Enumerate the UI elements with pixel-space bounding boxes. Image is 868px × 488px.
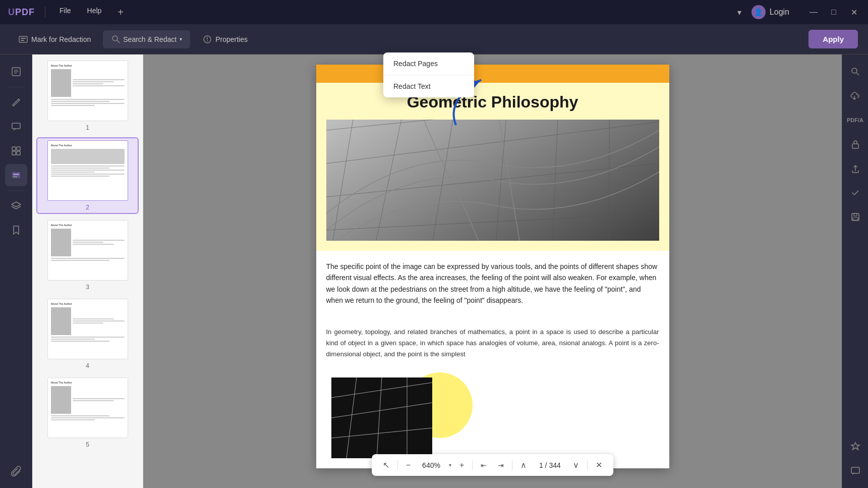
search-redact-icon (111, 34, 121, 44)
page-body: The specific point of the image can be e… (316, 251, 669, 316)
title-menu: File Help + (55, 5, 128, 20)
cursor-tool-button[interactable]: ↖ (380, 458, 392, 472)
main-content-area: Geometric Philosophy (143, 55, 842, 488)
svg-rect-19 (13, 176, 17, 177)
page-image (326, 120, 659, 241)
zoom-in-button[interactable]: + (456, 459, 467, 472)
svg-rect-18 (13, 174, 19, 175)
search-redact-chevron-icon: ▾ (180, 36, 182, 42)
pdf-view[interactable]: Geometric Philosophy (143, 55, 842, 488)
svg-rect-15 (12, 151, 16, 155)
mark-for-redaction-button[interactable]: Mark for Redaction (10, 30, 99, 48)
svg-rect-34 (331, 377, 432, 458)
svg-rect-14 (17, 147, 20, 150)
thumbnail-page-5: About The Author (47, 377, 128, 438)
pdf-page: Geometric Philosophy (316, 65, 669, 468)
apply-button[interactable]: Apply (808, 30, 858, 48)
maximize-button[interactable]: □ (828, 8, 840, 17)
page-header-bar (316, 65, 669, 83)
bookmark-button[interactable] (5, 219, 27, 241)
reader-mode-button[interactable] (5, 61, 27, 83)
validate-button[interactable] (844, 182, 866, 204)
save-button[interactable] (844, 206, 866, 228)
svg-point-41 (852, 68, 857, 73)
fit-page-button[interactable]: ⇥ (495, 459, 507, 471)
toolbar-sep-2 (472, 460, 473, 470)
prev-page-button[interactable]: ∧ (517, 458, 530, 472)
svg-rect-1 (21, 38, 26, 39)
main-toolbar: Mark for Redaction Search & Redact ▾ Pro… (0, 24, 868, 55)
lock-document-button[interactable] (844, 133, 866, 155)
redact-text-item[interactable]: Redact Text (383, 75, 474, 97)
svg-line-4 (117, 40, 120, 43)
thumbnail-number-2: 2 (86, 204, 89, 211)
right-search-button[interactable] (844, 61, 866, 83)
svg-rect-16 (17, 151, 20, 155)
black-box-decoration (331, 377, 432, 458)
svg-point-7 (207, 40, 208, 41)
thumbnail-item-5[interactable]: About The Author 5 (36, 375, 139, 450)
thumbnail-number-1: 1 (86, 124, 89, 131)
login-button[interactable]: 👤 Login (751, 5, 789, 19)
upload-button[interactable] (844, 157, 866, 180)
bottom-toolbar: ↖ − 640% ▾ + ⇤ ⇥ ∧ 1 / 344 ∨ ✕ (372, 454, 614, 476)
title-divider (45, 7, 45, 17)
menu-help[interactable]: Help (83, 5, 106, 20)
page-title-section: Geometric Philosophy (316, 83, 669, 251)
redact-pages-item[interactable]: Redact Pages (383, 52, 474, 75)
zoom-chevron-icon: ▾ (449, 462, 451, 468)
save-cloud-button[interactable] (844, 85, 866, 107)
page-display: 1 / 344 (535, 461, 565, 469)
page-body-text: The specific point of the image can be e… (326, 261, 659, 306)
chat-button[interactable] (844, 460, 866, 482)
thumbnail-item-2[interactable]: About The Author 2 (36, 137, 139, 214)
svg-line-42 (856, 73, 859, 75)
toolbar-sep-4 (587, 460, 588, 470)
title-bar: UPDF File Help + ▾ 👤 Login — □ ✕ (0, 0, 868, 24)
svg-rect-2 (21, 40, 24, 41)
organize-mode-button[interactable] (5, 140, 27, 162)
star-button[interactable] (844, 436, 866, 458)
thumbnail-item-1[interactable]: About The Author (36, 59, 139, 133)
thumbnail-page-4: About The Author (47, 299, 128, 359)
thumbnail-page-3: About The Author (47, 220, 128, 281)
app-logo: UPDF (8, 7, 35, 18)
edit-mode-button[interactable] (5, 91, 27, 114)
zoom-out-button[interactable]: − (403, 459, 414, 472)
login-label: Login (770, 8, 789, 17)
search-and-redact-button[interactable]: Search & Redact ▾ (103, 30, 190, 48)
avatar: 👤 (751, 5, 766, 19)
menu-file[interactable]: File (55, 5, 75, 20)
next-page-button[interactable]: ∨ (570, 458, 582, 472)
close-button[interactable]: ✕ (848, 8, 860, 17)
fit-width-button[interactable]: ⇤ (478, 459, 490, 471)
pdf-a-button[interactable]: PDF/A (844, 109, 866, 131)
thumbnail-page-2: About The Author (47, 140, 128, 201)
svg-rect-47 (851, 467, 859, 473)
geometric-image (326, 120, 659, 241)
thumbnail-item-4[interactable]: About The Author (36, 297, 139, 371)
properties-button[interactable]: Properties (194, 30, 256, 48)
minimize-button[interactable]: — (807, 8, 820, 17)
thumbnail-number-3: 3 (86, 284, 89, 291)
redact-mode-button[interactable] (5, 164, 27, 186)
toolbar-sep-3 (512, 460, 512, 470)
svg-rect-0 (19, 36, 27, 42)
attachment-button[interactable] (5, 460, 27, 482)
svg-rect-46 (853, 218, 858, 220)
zoom-display: 640% (419, 461, 444, 469)
layers-button[interactable] (5, 195, 27, 217)
close-toolbar-button[interactable]: ✕ (593, 458, 605, 472)
page-footer-text: In geometry, topology, and related branc… (316, 316, 669, 370)
svg-rect-12 (12, 123, 20, 129)
dropdown-icon[interactable]: ▾ (737, 8, 741, 17)
thumbnail-panel: About The Author (32, 55, 143, 488)
thumbnail-page-1: About The Author (47, 61, 128, 121)
thumbnail-item-3[interactable]: About The Author 3 (36, 218, 139, 293)
right-sidebar: PDF/A (842, 55, 868, 488)
window-controls: — □ ✕ (807, 8, 860, 17)
comment-mode-button[interactable] (5, 116, 27, 138)
thumbnail-number-4: 4 (86, 362, 89, 369)
left-sidebar (0, 55, 32, 488)
add-tab-button[interactable]: + (113, 5, 128, 20)
